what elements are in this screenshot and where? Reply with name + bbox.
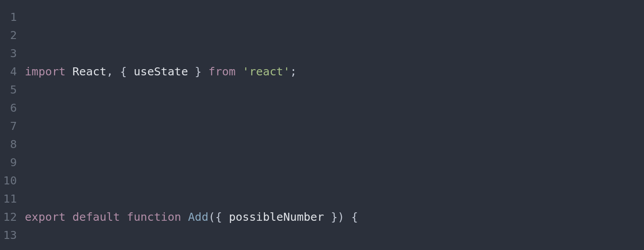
keyword-function: function bbox=[127, 210, 181, 223]
space bbox=[66, 210, 72, 223]
function-name: Add bbox=[188, 210, 209, 223]
space bbox=[66, 65, 72, 78]
line-number: 6 bbox=[0, 99, 17, 117]
line-number: 4 bbox=[0, 62, 17, 81]
keyword-default: default bbox=[72, 210, 120, 223]
line-number-gutter: 1 2 3 4 5 6 7 8 9 10 11 12 13 bbox=[0, 8, 20, 242]
line-number: 5 bbox=[0, 81, 17, 99]
line-number: 12 bbox=[0, 208, 17, 226]
line-number: 11 bbox=[0, 190, 17, 208]
punctuation: ; bbox=[290, 65, 297, 78]
line-number: 13 bbox=[0, 226, 17, 244]
line-number: 8 bbox=[0, 135, 17, 153]
keyword-import: import bbox=[25, 65, 66, 78]
line-number: 10 bbox=[0, 172, 17, 190]
keyword-from: from bbox=[209, 65, 236, 78]
code-line bbox=[25, 135, 372, 153]
punctuation: , { bbox=[106, 65, 133, 78]
identifier: possibleNumber bbox=[229, 210, 324, 223]
line-number: 9 bbox=[0, 153, 17, 172]
space bbox=[181, 210, 188, 223]
line-number: 3 bbox=[0, 44, 17, 62]
line-number: 7 bbox=[0, 117, 17, 135]
keyword-export: export bbox=[25, 210, 66, 223]
punctuation: }) { bbox=[324, 210, 358, 223]
blank bbox=[25, 137, 31, 151]
line-number: 2 bbox=[0, 26, 17, 44]
space bbox=[236, 65, 242, 78]
punctuation: ({ bbox=[209, 210, 229, 223]
line-number: 1 bbox=[0, 8, 17, 26]
code-area[interactable]: import React, { useState } from 'react';… bbox=[20, 8, 372, 242]
space bbox=[120, 210, 127, 223]
code-line: export default function Add({ possibleNu… bbox=[25, 208, 372, 226]
identifier: React bbox=[72, 65, 106, 78]
code-editor: 1 2 3 4 5 6 7 8 9 10 11 12 13 import Rea… bbox=[0, 0, 644, 250]
punctuation: } bbox=[188, 65, 209, 78]
identifier: useState bbox=[134, 65, 188, 78]
code-line: import React, { useState } from 'react'; bbox=[25, 62, 372, 81]
string-literal: 'react' bbox=[242, 65, 290, 78]
